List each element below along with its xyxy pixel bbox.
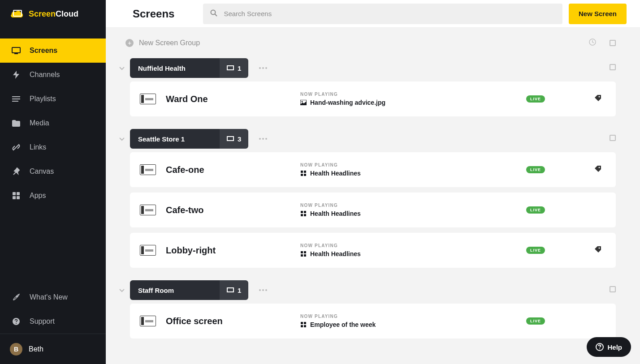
help-button[interactable]: Help [587,337,631,357]
screen-group: Staff Room1Office screenNOW PLAYINGEmplo… [130,280,616,338]
svg-rect-37 [301,251,303,253]
svg-line-6 [15,146,17,149]
screen-thumbnail [140,245,156,256]
group-select-checkbox[interactable] [610,64,616,72]
svg-point-41 [599,248,600,249]
topbar: Screens New Screen [106,0,640,28]
screen-row[interactable]: Cafe-twoNOW PLAYINGHealth HeadlinesLIVE [130,193,616,227]
screen-name: Ward One [166,94,300,104]
svg-point-18 [259,67,261,69]
group-more-button[interactable] [259,138,267,140]
sidebar-item-label: Screens [30,47,57,55]
logo[interactable]: ScreenCloud [0,0,106,28]
new-screen-group-button[interactable]: + New Screen Group [125,39,200,47]
svg-point-43 [259,289,261,291]
tag-icon[interactable] [594,246,602,255]
now-playing-label: NOW PLAYING [300,243,526,248]
svg-point-23 [599,96,600,98]
live-badge: LIVE [526,317,545,325]
sidebar-item-media[interactable]: Media [0,111,106,135]
group-select-checkbox[interactable] [610,286,616,294]
chevron-down-icon[interactable] [119,135,125,143]
now-playing-label: NOW PLAYING [300,314,526,319]
new-screen-button[interactable]: New Screen [569,4,627,24]
sidebar-item-support[interactable]: Support [0,309,106,334]
svg-rect-17 [227,66,234,70]
svg-point-13 [16,323,17,324]
new-group-label: New Screen Group [139,39,200,47]
sidebar-item-label: Support [30,317,55,325]
now-playing: NOW PLAYINGEmployee of the week [300,314,526,328]
sidebar-item-screens[interactable]: Screens [0,39,106,63]
sidebar-item-what-s-new[interactable]: What's New [0,285,106,309]
group-header[interactable]: Nuffield Health1 [130,58,248,78]
screen-row[interactable]: Cafe-oneNOW PLAYINGHealth HeadlinesLIVE [130,152,616,187]
nav: ScreensChannelsPlaylistsMediaLinksCanvas… [0,28,106,285]
now-playing-label: NOW PLAYING [300,92,526,97]
pin-icon [11,167,21,176]
sidebar-item-label: Links [30,143,46,151]
group-screen-count: 1 [220,280,248,300]
svg-rect-40 [304,254,306,257]
user-menu[interactable]: B Beth [0,334,106,364]
content-type-icon [300,321,307,328]
now-playing-value: Hand-washing advice.jpg [300,99,526,106]
chevron-down-icon[interactable] [119,286,125,294]
svg-rect-24 [227,137,234,141]
now-playing: NOW PLAYINGHand-washing advice.jpg [300,92,526,106]
plus-icon: + [125,39,134,47]
group-more-button[interactable] [259,289,267,291]
live-badge: LIVE [526,166,545,173]
tag-icon[interactable] [594,165,602,174]
now-playing: NOW PLAYINGHealth Headlines [300,203,526,217]
screen-row[interactable]: Office screenNOW PLAYINGEmployee of the … [130,304,616,338]
live-badge: LIVE [526,95,545,103]
screen-row[interactable]: Lobby-rightNOW PLAYINGHealth HeadlinesLI… [130,233,616,268]
svg-point-25 [259,138,261,140]
screen-row[interactable]: Ward OneNOW PLAYINGHand-washing advice.j… [130,81,616,116]
select-all-checkbox[interactable] [610,40,616,46]
svg-point-44 [262,289,264,291]
group-header-row: Nuffield Health1 [130,58,616,78]
screen-thumbnail [140,316,156,326]
sidebar: ScreenCloud ScreensChannelsPlaylistsMedi… [0,0,106,364]
svg-rect-9 [13,196,16,199]
sidebar-item-label: Canvas [30,167,54,176]
group-screen-count: 1 [220,58,248,78]
tag-icon[interactable] [594,94,602,103]
sidebar-item-links[interactable]: Links [0,135,106,159]
svg-point-51 [599,348,600,349]
link-icon [11,143,21,151]
group-more-button[interactable] [259,67,267,69]
nav-bottom: What's NewSupport [0,285,106,334]
svg-rect-34 [304,211,306,213]
group-header[interactable]: Staff Room1 [130,280,248,300]
search-wrap [203,4,562,24]
sidebar-item-channels[interactable]: Channels [0,63,106,87]
chevron-down-icon[interactable] [119,64,125,72]
search-input[interactable] [203,4,562,24]
sidebar-item-canvas[interactable]: Canvas [0,159,106,184]
group-name: Seattle Store 1 [130,129,220,149]
now-playing: NOW PLAYINGHealth Headlines [300,163,526,177]
svg-point-11 [17,296,18,297]
sidebar-item-apps[interactable]: Apps [0,184,106,208]
group-header-row: Seattle Store 13 [130,129,616,149]
screen-thumbnail [140,94,156,104]
screen-name: Cafe-two [166,205,300,215]
content-type-icon [300,99,307,106]
sidebar-item-label: What's New [30,293,68,301]
svg-point-26 [262,138,264,140]
sidebar-item-label: Apps [30,192,46,200]
svg-point-20 [265,67,267,69]
live-badge: LIVE [526,206,545,214]
group-header[interactable]: Seattle Store 13 [130,129,248,149]
svg-point-27 [265,138,267,140]
now-playing-value: Health Headlines [300,210,526,217]
now-playing-label: NOW PLAYING [300,163,526,167]
svg-rect-28 [301,171,303,173]
clock-icon[interactable] [589,39,596,47]
now-playing-value: Health Headlines [300,170,526,177]
group-select-checkbox[interactable] [610,135,616,143]
sidebar-item-playlists[interactable]: Playlists [0,87,106,111]
